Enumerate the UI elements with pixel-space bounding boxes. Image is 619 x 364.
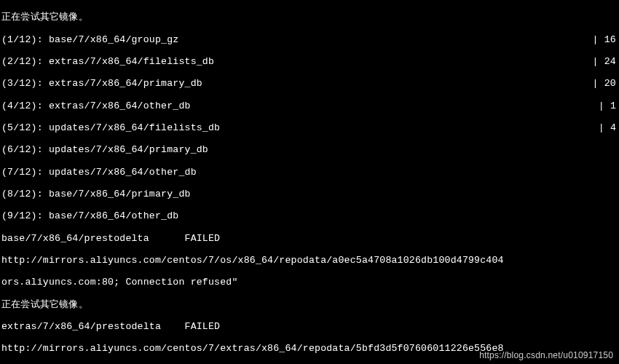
retry-message-1: 正在尝试其它镜像。 (1, 12, 618, 23)
progress-row: (8/12): base/7/x86_64/primary_db (1, 189, 618, 199)
progress-row: (2/12): extras/7/x86_64/filelists_db| 24 (1, 56, 618, 67)
watermark-text: https://blog.csdn.net/u010917150 (479, 351, 613, 361)
progress-row: (1/12): base/7/x86_64/group_gz| 16 (1, 34, 618, 45)
progress-row: (6/12): updates/7/x86_64/primary_db (1, 144, 618, 155)
progress-row: (9/12): base/7/x86_64/other_db (1, 210, 618, 221)
retry-message-2: 正在尝试其它镜像。 (1, 299, 618, 310)
progress-row: (5/12): updates/7/x86_64/filelists_db| 4 (1, 122, 618, 133)
error-url: http://mirrors.aliyuncs.com/centos/7/os/… (1, 255, 618, 266)
failed-line: extras/7/x86_64/prestodelta FAILED (1, 321, 618, 332)
progress-row: (4/12): extras/7/x86_64/other_db| 1 (1, 100, 618, 111)
progress-row: (7/12): updates/7/x86_64/other_db (1, 167, 618, 178)
progress-row: (3/12): extras/7/x86_64/primary_db| 20 (1, 78, 618, 89)
error-detail: ors.aliyuncs.com:80; Connection refused" (1, 277, 618, 288)
terminal-output[interactable]: 正在尝试其它镜像。 (1/12): base/7/x86_64/group_gz… (0, 0, 619, 364)
failed-line: base/7/x86_64/prestodelta FAILED (1, 233, 618, 244)
